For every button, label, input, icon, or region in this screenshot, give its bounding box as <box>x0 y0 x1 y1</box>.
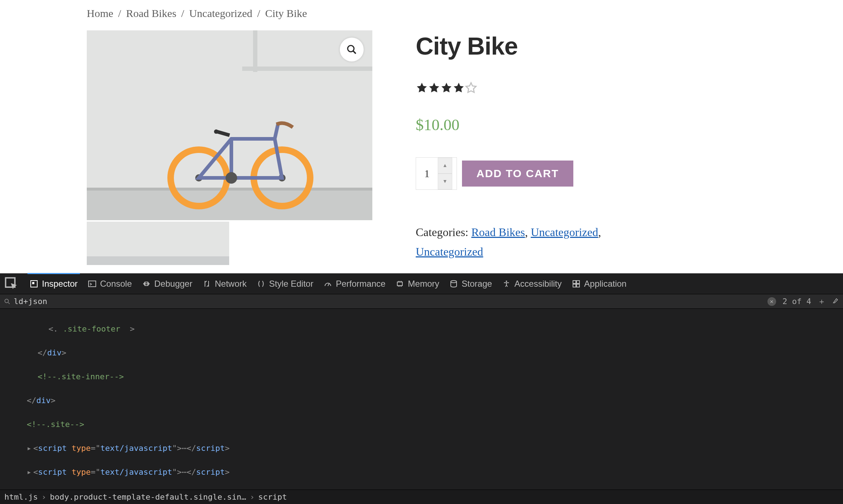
quantity-stepper[interactable]: ▲ ▼ <box>416 157 457 190</box>
tab-label: Network <box>215 279 247 289</box>
tab-label: Accessibility <box>514 279 562 289</box>
svg-rect-27 <box>573 281 576 283</box>
svg-rect-20 <box>32 282 34 284</box>
star-icon <box>453 82 465 94</box>
add-to-cart-button[interactable]: ADD TO CART <box>462 161 573 187</box>
tab-debugger[interactable]: Debugger <box>142 273 192 294</box>
svg-rect-21 <box>89 281 96 287</box>
star-icon <box>428 82 440 94</box>
code-tag: div <box>37 396 51 405</box>
breadcrumb-sep: / <box>118 7 121 19</box>
tab-label: Inspector <box>42 279 78 289</box>
tab-label: Performance <box>336 279 385 289</box>
product-categories: Categories: Road Bikes, Uncategorized, U… <box>416 222 601 262</box>
svg-rect-3 <box>253 30 257 72</box>
svg-rect-17 <box>87 256 229 265</box>
categories-label: Categories: <box>416 226 471 239</box>
code-comment: <!--.site-inner--> <box>38 372 124 381</box>
crumb-body[interactable]: body.product-template-default.single.sin… <box>50 492 246 501</box>
product-gallery <box>87 30 372 265</box>
code-tag: div <box>47 348 62 357</box>
tab-network[interactable]: Network <box>202 273 247 294</box>
code-tag: script <box>38 467 67 477</box>
devtools-search-bar: ✕ 2 of 4 ＋ <box>0 294 843 309</box>
svg-rect-30 <box>577 284 579 287</box>
breadcrumb-current: City Bike <box>265 7 307 19</box>
breadcrumb: Home / Road Bikes / Uncategorized / City… <box>87 7 843 20</box>
breadcrumb-road-bikes[interactable]: Road Bikes <box>126 7 176 19</box>
svg-point-14 <box>348 46 354 52</box>
product-title: City Bike <box>416 32 601 60</box>
qty-up-button[interactable]: ▲ <box>438 158 452 174</box>
svg-point-13 <box>226 172 237 184</box>
zoom-icon[interactable] <box>340 38 364 61</box>
search-add-icon[interactable]: ＋ <box>818 296 826 307</box>
breadcrumb-home[interactable]: Home <box>87 7 113 19</box>
qty-down-button[interactable]: ▼ <box>438 174 452 189</box>
svg-point-31 <box>5 299 8 303</box>
svg-rect-1 <box>87 189 372 220</box>
code-attr-value: text/javascript <box>100 467 172 477</box>
breadcrumb-uncategorized[interactable]: Uncategorized <box>189 7 252 19</box>
element-picker-icon[interactable] <box>4 276 20 292</box>
svg-point-11 <box>214 129 218 134</box>
tab-application[interactable]: Application <box>572 273 626 294</box>
search-highlight-icon[interactable] <box>832 297 839 306</box>
code-comment: <!--.site--> <box>27 420 84 429</box>
category-link-road-bikes[interactable]: Road Bikes <box>471 226 525 239</box>
breadcrumb-sep: / <box>181 7 184 19</box>
star-icon <box>440 82 453 94</box>
tab-accessibility[interactable]: Accessibility <box>502 273 562 294</box>
tab-label: Storage <box>462 279 492 289</box>
code-comment: .site-footer <box>63 324 120 333</box>
tab-style-editor[interactable]: Style Editor <box>257 273 313 294</box>
quantity-input[interactable] <box>416 158 438 189</box>
crumb-script[interactable]: script <box>258 492 287 501</box>
svg-rect-29 <box>573 284 576 287</box>
svg-line-32 <box>8 302 10 304</box>
tab-storage[interactable]: Storage <box>449 273 492 294</box>
tab-label: Style Editor <box>269 279 313 289</box>
category-link-uncategorized[interactable]: Uncategorized <box>416 245 483 258</box>
product-rating[interactable] <box>416 82 601 94</box>
product-thumbnail[interactable] <box>87 222 229 265</box>
code-tag: script <box>38 444 67 453</box>
tab-label: Memory <box>408 279 439 289</box>
tab-memory[interactable]: Memory <box>395 273 439 294</box>
product-image[interactable] <box>87 30 372 220</box>
breadcrumb-sep: / <box>257 7 260 19</box>
tab-console[interactable]: Console <box>88 273 132 294</box>
product-price: $10.00 <box>416 116 601 134</box>
product-info: City Bike $10.00 ▲ ▼ ADD TO CART <box>416 30 601 265</box>
category-link-uncategorized[interactable]: Uncategorized <box>531 226 598 239</box>
search-match-count: 2 of 4 <box>783 297 811 306</box>
tab-label: Debugger <box>154 279 192 289</box>
search-clear-icon[interactable]: ✕ <box>767 297 776 306</box>
tab-inspector[interactable]: Inspector <box>30 273 78 294</box>
search-icon <box>4 298 11 305</box>
svg-point-25 <box>451 281 457 283</box>
tab-label: Console <box>100 279 132 289</box>
devtools-tabs: Inspector Console Debugger Network Style… <box>0 273 843 294</box>
tab-label: Application <box>584 279 626 289</box>
svg-point-26 <box>506 281 507 282</box>
svg-line-15 <box>353 51 356 54</box>
crumb-html[interactable]: html.js <box>4 492 38 501</box>
devtools-search-input[interactable] <box>14 297 86 306</box>
svg-rect-28 <box>577 281 579 283</box>
tab-performance[interactable]: Performance <box>324 273 385 294</box>
star-icon <box>416 82 428 94</box>
product-page: Home / Road Bikes / Uncategorized / City… <box>0 0 843 273</box>
svg-rect-4 <box>242 67 372 71</box>
devtools-breadcrumb[interactable]: html.js › body.product-template-default.… <box>0 490 843 504</box>
svg-rect-24 <box>397 282 402 286</box>
devtools-markup-view[interactable]: <. .site-footer > </div> <!--.site-inner… <box>0 309 843 504</box>
star-icon <box>465 82 477 94</box>
devtools-panel: Inspector Console Debugger Network Style… <box>0 273 843 504</box>
svg-rect-2 <box>87 188 372 191</box>
code-attr-value: text/javascript <box>100 444 172 453</box>
